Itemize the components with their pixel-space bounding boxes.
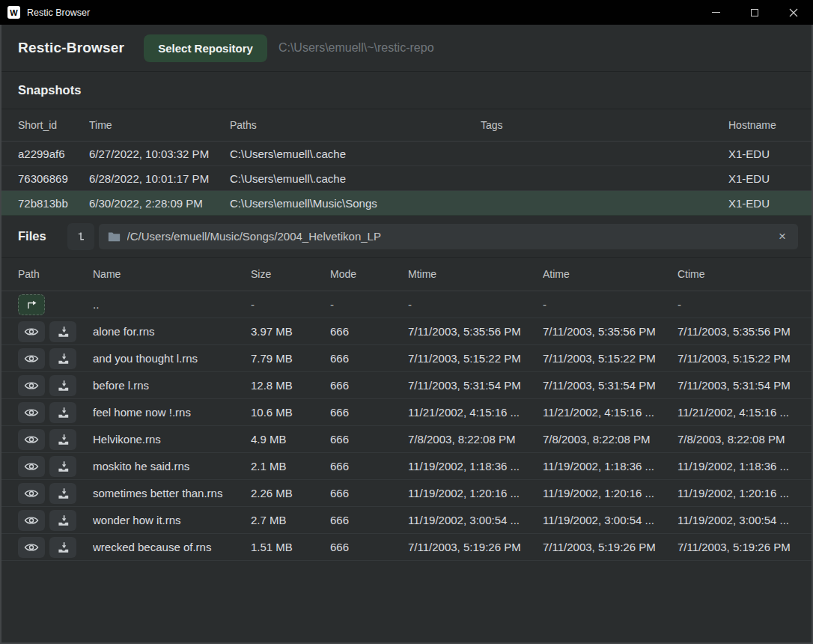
file-ctime: 7/11/2003, 5:31:54 PM	[678, 379, 812, 392]
file-mode: 666	[330, 433, 408, 446]
preview-file-button[interactable]	[18, 348, 45, 369]
file-row: moskito he said.rns 2.1 MB 666 11/19/200…	[1, 453, 812, 480]
file-name: moskito he said.rns	[93, 460, 251, 473]
column-path: Path	[18, 268, 93, 280]
parent-dir-name: ..	[93, 298, 251, 311]
preview-file-button[interactable]	[18, 483, 45, 504]
file-mode: 666	[330, 487, 408, 499]
file-row: Helvikone.rns 4.9 MB 666 7/8/2003, 8:22:…	[1, 426, 812, 453]
snapshot-row[interactable]: 76306869 6/28/2022, 10:01:17 PM C:\Users…	[1, 166, 812, 191]
download-file-button[interactable]	[49, 375, 76, 396]
app-title: Restic-Browser	[18, 40, 124, 56]
file-name: wrecked because of.rns	[93, 541, 251, 553]
snapshot-short-id: 72b813bb	[18, 197, 89, 210]
column-tags: Tags	[481, 119, 728, 131]
file-name: sometimes better than.rns	[93, 487, 251, 499]
download-file-button[interactable]	[49, 483, 76, 504]
file-mode: 666	[330, 541, 408, 553]
snapshot-paths: C:\Users\emuell\.cache	[230, 148, 481, 160]
file-mtime: 11/19/2002, 1:20:16 ...	[408, 487, 543, 499]
close-button[interactable]	[774, 0, 813, 25]
snapshot-row[interactable]: a2299af6 6/27/2022, 10:03:32 PM C:\Users…	[1, 142, 812, 166]
files-table-header: Path Name Size Mode Mtime Atime Ctime	[1, 258, 812, 291]
download-icon	[57, 461, 69, 473]
parent-dir-ctime: -	[678, 298, 812, 311]
column-paths: Paths	[230, 119, 481, 131]
preview-file-button[interactable]	[18, 429, 45, 450]
files-heading: Files	[18, 229, 46, 243]
download-file-button[interactable]	[49, 537, 76, 558]
download-file-button[interactable]	[49, 429, 76, 450]
eye-icon	[24, 326, 39, 337]
app-header: Restic-Browser Select Repository C:\User…	[1, 25, 812, 72]
download-file-button[interactable]	[49, 321, 76, 342]
app-window: W Restic Browser Restic-Browser Select R…	[0, 0, 813, 644]
file-mtime: 7/11/2003, 5:31:54 PM	[408, 379, 543, 392]
snapshot-hostname: X1-EDU	[728, 197, 812, 210]
download-file-button[interactable]	[49, 456, 76, 477]
snapshot-paths: C:\Users\emuell\.cache	[230, 172, 481, 185]
preview-file-button[interactable]	[18, 510, 45, 531]
file-atime: 7/11/2003, 5:31:54 PM	[543, 379, 678, 392]
files-table-body: alone for.rns 3.97 MB 666 7/11/2003, 5:3…	[1, 318, 812, 561]
file-mode: 666	[330, 379, 408, 392]
file-atime: 7/11/2003, 5:15:22 PM	[543, 352, 678, 365]
download-icon	[57, 380, 69, 392]
file-mode: 666	[330, 460, 408, 473]
eye-icon	[24, 434, 39, 445]
file-size: 1.51 MB	[251, 541, 330, 553]
column-mode: Mode	[330, 268, 408, 280]
parent-dir-mtime: -	[408, 298, 543, 311]
file-ctime: 11/19/2002, 3:00:54 ...	[678, 514, 812, 526]
snapshot-paths: C:\Users\emuell\Music\Songs	[230, 197, 481, 210]
file-mtime: 11/19/2002, 3:00:54 ...	[408, 514, 543, 526]
files-table: Path Name Size Mode Mtime Atime Ctime ..…	[1, 258, 812, 643]
parent-dir-atime: -	[543, 298, 678, 311]
window-title: Restic Browser	[27, 7, 90, 18]
go-to-parent-button[interactable]	[18, 294, 45, 315]
file-name: and you thought l.rns	[93, 352, 251, 365]
preview-file-button[interactable]	[18, 321, 45, 342]
current-path-input[interactable]: /C/Users/emuell/Music/Songs/2004_Helveti…	[99, 224, 798, 249]
file-mtime: 7/8/2003, 8:22:08 PM	[408, 433, 543, 446]
minimize-button[interactable]	[696, 0, 735, 25]
download-file-button[interactable]	[49, 402, 76, 423]
download-file-button[interactable]	[49, 510, 76, 531]
snapshot-time: 6/30/2022, 2:28:09 PM	[89, 197, 230, 210]
file-mtime: 11/21/2002, 4:15:16 ...	[408, 406, 543, 419]
file-ctime: 7/11/2003, 5:15:22 PM	[678, 352, 812, 365]
file-ctime: 11/19/2002, 1:20:16 ...	[678, 487, 812, 499]
preview-file-button[interactable]	[18, 375, 45, 396]
eye-icon	[24, 488, 39, 499]
file-size: 10.6 MB	[251, 406, 330, 419]
file-mode: 666	[330, 406, 408, 419]
column-size: Size	[251, 268, 330, 280]
file-row: and you thought l.rns 7.79 MB 666 7/11/2…	[1, 345, 812, 372]
current-path-value: /C/Users/emuell/Music/Songs/2004_Helveti…	[127, 230, 776, 243]
file-size: 12.8 MB	[251, 379, 330, 392]
file-atime: 11/19/2002, 3:00:54 ...	[543, 514, 678, 526]
preview-file-button[interactable]	[18, 402, 45, 423]
repo-path-input[interactable]: C:\Users\emuell\~\restic-repo	[278, 41, 434, 55]
file-mode: 666	[330, 325, 408, 338]
file-ctime: 7/8/2003, 8:22:08 PM	[678, 433, 812, 446]
minimize-icon	[712, 12, 720, 13]
column-hostname: Hostname	[728, 119, 812, 131]
snapshots-table-header: Short_id Time Paths Tags Hostname	[1, 109, 812, 142]
tree-view-toggle-button[interactable]	[67, 223, 94, 250]
select-repository-button[interactable]: Select Repository	[144, 34, 267, 62]
snapshot-row[interactable]: 72b813bb 6/30/2022, 2:28:09 PM C:\Users\…	[1, 191, 812, 216]
file-row: alone for.rns 3.97 MB 666 7/11/2003, 5:3…	[1, 318, 812, 345]
snapshot-hostname: X1-EDU	[728, 148, 812, 160]
file-ctime: 11/19/2002, 1:18:36 ...	[678, 460, 812, 473]
download-icon	[57, 353, 69, 365]
column-ctime: Ctime	[678, 268, 812, 280]
folder-icon	[108, 231, 121, 242]
preview-file-button[interactable]	[18, 537, 45, 558]
parent-dir-mode: -	[330, 298, 408, 311]
preview-file-button[interactable]	[18, 456, 45, 477]
download-file-button[interactable]	[49, 348, 76, 369]
clear-path-button[interactable]: ×	[776, 228, 789, 244]
file-ctime: 11/21/2002, 4:15:16 ...	[678, 406, 812, 419]
maximize-button[interactable]	[735, 0, 774, 25]
